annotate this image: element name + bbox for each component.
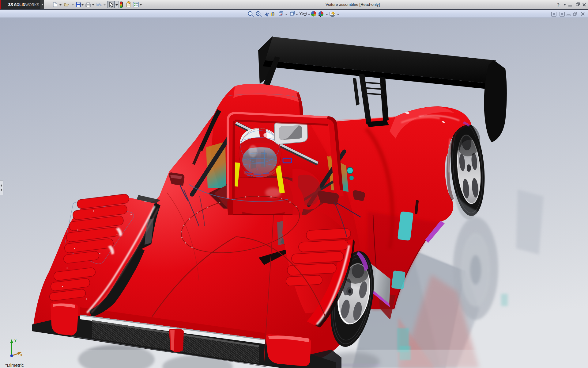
svg-text:SOLIDWORKS: SOLIDWORKS	[14, 3, 39, 7]
svg-text:X: X	[20, 354, 22, 357]
svg-text:3S: 3S	[8, 2, 13, 7]
svg-text:Voiture assomblee [Read-only]: Voiture assomblee [Read-only]	[326, 2, 380, 7]
svg-text:?: ?	[557, 2, 560, 7]
svg-text:Y: Y	[14, 339, 17, 343]
svg-text:*Dimetric: *Dimetric	[5, 362, 24, 368]
